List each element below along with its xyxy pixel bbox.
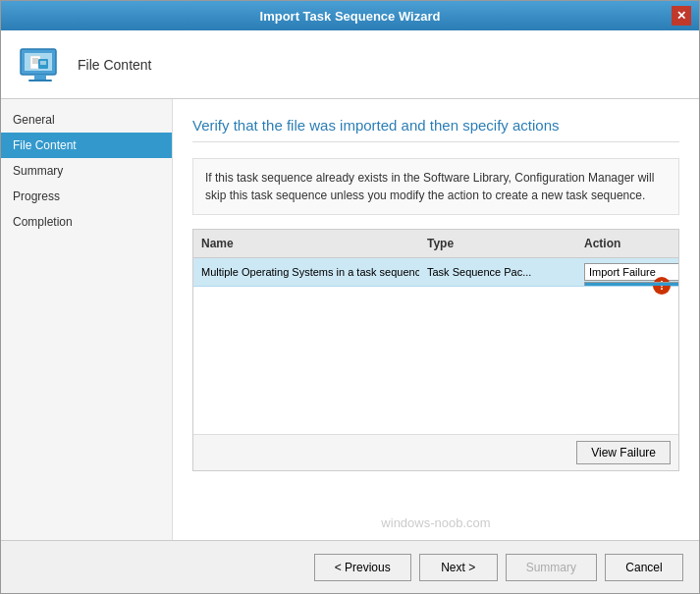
next-button[interactable]: Next > (419, 554, 498, 581)
col-action: Action (576, 234, 678, 253)
watermark: windows-noob.com (381, 515, 490, 530)
row-action: Import Failure Ignore Dependency Import … (576, 258, 678, 286)
row-name: Multiple Operating Systems in a task seq… (193, 261, 419, 283)
row-type: Task Sequence Pac... (419, 261, 576, 283)
sidebar-item-summary[interactable]: Summary (1, 158, 172, 184)
view-failure-row: View Failure (193, 434, 678, 470)
table-header: Name Type Action (193, 230, 678, 258)
header-title: File Content (78, 57, 151, 73)
table-empty-area (193, 287, 678, 434)
main-content: Verify that the file was imported and th… (173, 99, 699, 540)
sidebar-item-completion[interactable]: Completion (1, 209, 172, 235)
close-button[interactable]: ✕ (672, 6, 691, 26)
wizard-window: Import Task Sequence Wizard ✕ File Conte… (0, 0, 700, 594)
file-content-icon (17, 41, 64, 88)
dropdown-open-menu: Import Failure Ignore Dependency (584, 282, 678, 286)
file-table: Name Type Action Multiple Operating Syst… (192, 229, 679, 471)
col-name: Name (193, 234, 419, 253)
table-row: Multiple Operating Systems in a task seq… (193, 258, 678, 287)
page-heading: Verify that the file was imported and th… (192, 117, 679, 142)
sidebar-item-progress[interactable]: Progress (1, 184, 172, 209)
svg-rect-3 (28, 80, 52, 81)
previous-button[interactable]: < Previous (314, 554, 411, 581)
cancel-button[interactable]: Cancel (605, 554, 683, 581)
footer: < Previous Next > Summary Cancel (1, 540, 699, 593)
col-type: Type (419, 234, 576, 253)
error-icon: ! (653, 277, 671, 295)
window-title: Import Task Sequence Wizard (28, 9, 672, 24)
header-area: File Content (1, 30, 699, 99)
warning-icon: ! (653, 277, 671, 295)
sidebar-item-file-content[interactable]: File Content (1, 133, 172, 158)
content-area: General File Content Summary Progress Co… (1, 99, 699, 540)
sidebar-item-general[interactable]: General (1, 107, 172, 133)
sidebar: General File Content Summary Progress Co… (1, 99, 173, 540)
info-text: If this task sequence already exists in … (192, 158, 679, 215)
dropdown-option-import-failure-visible[interactable]: Import Failure (585, 283, 678, 286)
view-failure-button[interactable]: View Failure (576, 441, 671, 464)
title-bar: Import Task Sequence Wizard ✕ (1, 1, 699, 30)
svg-rect-2 (34, 75, 46, 80)
summary-button[interactable]: Summary (506, 554, 597, 581)
